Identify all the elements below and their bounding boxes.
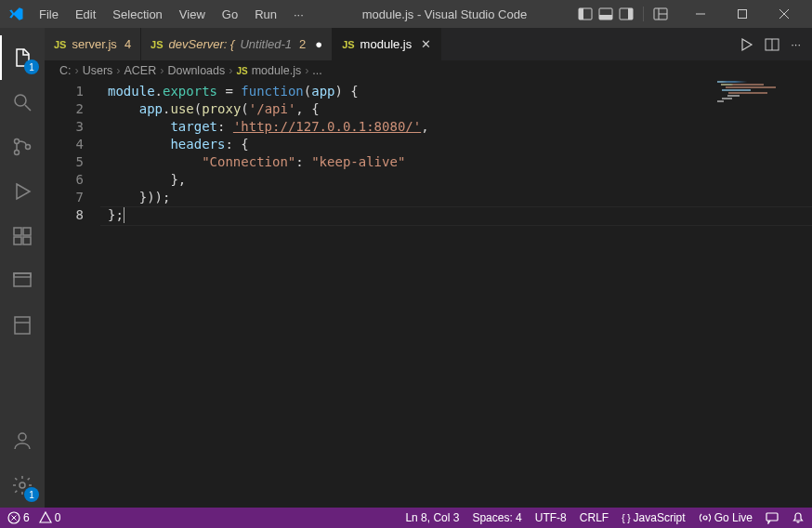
status-errors[interactable]: 6 [7, 511, 30, 524]
svg-rect-23 [14, 273, 31, 277]
svg-point-33 [703, 516, 707, 520]
run-icon[interactable] [739, 37, 753, 52]
status-feedback-icon[interactable] [766, 511, 779, 524]
menu-selection[interactable]: Selection [105, 4, 169, 25]
tab-label: server.js [72, 37, 116, 51]
minimize-button[interactable] [679, 0, 721, 28]
editor-group: JS server.js 4 JS devServer: { Untitled-… [45, 28, 812, 508]
vertical-scrollbar[interactable] [801, 81, 812, 508]
breadcrumb-seg[interactable]: ... [312, 64, 321, 77]
activity-search[interactable] [0, 80, 45, 125]
vscode-logo-icon [7, 6, 24, 22]
toggle-panel-left-icon[interactable] [578, 7, 593, 21]
tab-label: module.js [360, 37, 413, 51]
status-port-count: 6 [23, 511, 30, 524]
tab-devserver-untitled[interactable]: JS devServer: { Untitled-1 2 ● [141, 28, 333, 60]
breadcrumb-seg[interactable]: module.js [252, 64, 302, 77]
chevron-right-icon: › [116, 64, 120, 77]
code-editor[interactable]: 12345678 module.exports = function(app) … [45, 81, 812, 508]
chevron-right-icon: › [160, 64, 164, 77]
divider [643, 7, 644, 21]
menu-view[interactable]: View [172, 4, 213, 25]
toggle-panel-right-icon[interactable] [619, 7, 634, 21]
svg-rect-21 [23, 237, 31, 244]
svg-line-14 [25, 105, 31, 111]
svg-rect-10 [738, 10, 746, 19]
status-indentation[interactable]: Spaces: 4 [472, 511, 521, 524]
status-notifications-icon[interactable] [792, 511, 805, 524]
maximize-button[interactable] [721, 0, 763, 28]
menu-file[interactable]: File [32, 4, 66, 25]
window-title: module.js - Visual Studio Code [311, 7, 578, 21]
svg-rect-20 [14, 237, 21, 244]
tab-problem-count: 4 [124, 37, 131, 51]
status-encoding[interactable]: UTF-8 [535, 511, 567, 524]
svg-point-27 [20, 482, 25, 488]
breadcrumb-seg[interactable]: C: [59, 64, 72, 77]
svg-point-13 [15, 95, 26, 106]
code-content[interactable]: module.exports = function(app) { app.use… [100, 81, 812, 508]
menu-more[interactable]: ··· [286, 4, 311, 25]
activity-bar: 1 1 [0, 28, 45, 508]
tab-module-js[interactable]: JS module.js ✕ [333, 28, 441, 60]
svg-rect-19 [23, 228, 31, 235]
activity-extensions[interactable] [0, 214, 45, 258]
activity-source-control[interactable] [0, 125, 45, 169]
js-file-icon: JS [342, 39, 354, 50]
js-file-icon: JS [151, 39, 163, 50]
minimap[interactable] [717, 81, 801, 174]
status-bar: 6 0 Ln 8, Col 3 Spaces: 4 UTF-8 CRLF { }… [0, 508, 812, 528]
svg-rect-18 [14, 228, 21, 235]
activity-explorer[interactable]: 1 [0, 35, 45, 80]
layout-controls [578, 7, 668, 21]
tab-sublabel: Untitled-1 [240, 37, 292, 51]
activity-sidebar-extra2[interactable] [0, 303, 45, 348]
status-language[interactable]: { } JavaScript [622, 511, 686, 524]
status-eol[interactable]: CRLF [580, 511, 609, 524]
split-editor-icon[interactable] [765, 37, 779, 52]
menu-bar: File Edit Selection View Go Run ··· [32, 4, 311, 25]
js-file-icon: JS [54, 39, 66, 50]
svg-point-15 [15, 139, 20, 144]
menu-run[interactable]: Run [247, 4, 284, 25]
line-gutter: 12345678 [45, 81, 100, 508]
activity-sidebar-extra1[interactable] [0, 258, 45, 303]
breadcrumb-seg[interactable]: ACER [124, 64, 157, 77]
tab-server-js[interactable]: JS server.js 4 [45, 28, 141, 60]
svg-rect-1 [579, 8, 583, 20]
status-go-live-label: Go Live [714, 511, 753, 524]
svg-point-26 [19, 433, 26, 441]
tab-problem-count: 2 [299, 37, 306, 51]
svg-rect-24 [15, 317, 30, 334]
svg-rect-3 [599, 15, 612, 20]
status-warnings-count: 0 [55, 511, 61, 524]
customize-layout-icon[interactable] [653, 7, 668, 21]
status-go-live[interactable]: Go Live [699, 511, 753, 524]
window-controls [679, 0, 805, 28]
close-tab-icon[interactable]: ✕ [421, 37, 431, 51]
close-button[interactable] [763, 0, 805, 28]
tab-bar: JS server.js 4 JS devServer: { Untitled-… [45, 28, 812, 60]
toggle-panel-bottom-icon[interactable] [598, 7, 613, 21]
breadcrumb-seg[interactable]: Downloads [167, 64, 225, 77]
svg-point-17 [26, 145, 31, 150]
title-bar: File Edit Selection View Go Run ··· modu… [0, 0, 812, 28]
js-file-icon: JS [236, 66, 247, 76]
editor-actions: ··· [727, 28, 812, 60]
more-actions-icon[interactable]: ··· [791, 37, 801, 51]
svg-rect-5 [628, 8, 633, 20]
chevron-right-icon: › [229, 64, 232, 77]
menu-edit[interactable]: Edit [68, 4, 103, 25]
breadcrumb[interactable]: C:› Users› ACER› Downloads› JS module.js… [45, 60, 812, 81]
activity-settings[interactable]: 1 [0, 463, 45, 508]
modified-dot-icon: ● [315, 37, 322, 51]
chevron-right-icon: › [305, 64, 308, 77]
breadcrumb-seg[interactable]: Users [83, 64, 113, 77]
activity-accounts[interactable] [0, 418, 45, 463]
svg-rect-34 [766, 513, 778, 521]
status-cursor-position[interactable]: Ln 8, Col 3 [405, 511, 459, 524]
explorer-badge: 1 [24, 59, 39, 74]
activity-run-debug[interactable] [0, 169, 45, 214]
status-warnings[interactable]: 0 [39, 511, 61, 524]
menu-go[interactable]: Go [215, 4, 245, 25]
